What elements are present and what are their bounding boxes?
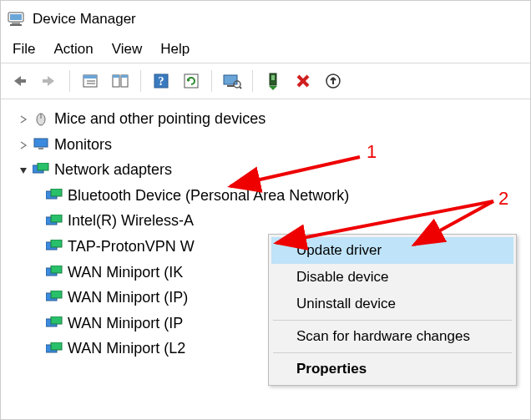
tree-label: WAN Miniport (IP (68, 311, 183, 337)
svg-rect-3 (10, 24, 22, 26)
svg-rect-4 (20, 79, 26, 83)
menu-action[interactable]: Action (53, 41, 93, 58)
enable-device-button[interactable] (260, 68, 286, 94)
menu-properties[interactable]: Properties (271, 356, 513, 382)
svg-rect-28 (34, 139, 48, 147)
svg-rect-43 (51, 316, 62, 324)
help-button[interactable]: ? (148, 68, 174, 94)
device-manager-window: Device Manager File Action View Help ? (0, 0, 531, 420)
svg-rect-7 (83, 75, 97, 78)
menu-disable-device[interactable]: Disable device (271, 264, 513, 291)
network-adapter-icon (46, 342, 63, 357)
menu-uninstall-device[interactable]: Uninstall device (271, 291, 513, 317)
tree-label: Bluetooth Device (Personal Area Network) (68, 183, 349, 209)
svg-rect-33 (51, 189, 62, 196)
tree-item-monitors[interactable]: Monitors (16, 132, 527, 158)
toolbar-separator (69, 70, 70, 92)
show-hidden-button[interactable] (77, 68, 104, 94)
svg-rect-13 (121, 75, 128, 78)
mouse-icon (33, 111, 49, 126)
menu-update-driver[interactable]: Update driver (271, 237, 513, 264)
network-adapter-icon (46, 290, 63, 305)
svg-rect-16 (185, 74, 198, 88)
collapse-icon[interactable] (16, 166, 31, 175)
svg-rect-5 (43, 79, 48, 83)
svg-rect-39 (51, 266, 62, 273)
menubar: File Action View Help (1, 38, 530, 63)
monitor-icon (33, 137, 49, 152)
tree-item-network-adapters[interactable]: Network adapters (16, 157, 527, 183)
tree-label: Network adapters (54, 157, 172, 183)
tree-item-mice[interactable]: Mice and other pointing devices (16, 106, 527, 132)
refresh-button[interactable] (178, 68, 205, 94)
menu-separator (273, 320, 512, 321)
tree-label: Monitors (54, 132, 112, 158)
svg-rect-37 (51, 240, 62, 247)
svg-rect-2 (12, 23, 20, 24)
window-title: Device Manager (33, 11, 136, 28)
devices-by-type-button[interactable] (107, 68, 134, 94)
toolbar-separator (252, 70, 253, 92)
expand-icon[interactable] (16, 115, 31, 124)
network-adapter-icon (46, 188, 63, 203)
update-driver-button[interactable] (320, 68, 346, 94)
titlebar: Device Manager (1, 1, 530, 38)
svg-rect-29 (38, 148, 43, 149)
network-adapter-icon (46, 214, 63, 229)
svg-text:?: ? (159, 75, 164, 88)
svg-line-20 (240, 87, 241, 89)
context-menu: Update driver Disable device Uninstall d… (268, 234, 517, 386)
svg-rect-1 (10, 14, 22, 20)
tree-item-adapter[interactable]: Bluetooth Device (Personal Area Network) (44, 183, 527, 209)
menu-view[interactable]: View (112, 41, 143, 58)
svg-rect-17 (224, 75, 237, 84)
forward-button[interactable] (36, 68, 63, 94)
menu-scan-hardware[interactable]: Scan for hardware changes (271, 323, 513, 350)
network-adapter-icon (46, 239, 63, 254)
tree-label: TAP-ProtonVPN W (68, 234, 195, 260)
svg-rect-45 (51, 342, 62, 350)
tree-label: WAN Miniport (IP) (68, 285, 188, 311)
network-adapter-icon (33, 162, 49, 177)
svg-rect-18 (227, 85, 234, 87)
svg-rect-35 (51, 215, 62, 222)
svg-rect-41 (51, 291, 62, 298)
toolbar: ? (1, 63, 530, 99)
svg-rect-31 (38, 163, 48, 170)
svg-rect-12 (113, 75, 119, 78)
expand-icon[interactable] (16, 141, 31, 149)
network-adapter-icon (46, 316, 63, 331)
tree-item-adapter[interactable]: Intel(R) Wireless-A (44, 208, 527, 234)
menu-help[interactable]: Help (160, 41, 190, 58)
tree-label: WAN Miniport (L2 (68, 336, 185, 362)
back-button[interactable] (6, 68, 33, 94)
menu-file[interactable]: File (13, 41, 35, 58)
tree-label: Mice and other pointing devices (54, 106, 266, 132)
toolbar-separator (211, 70, 212, 92)
toolbar-separator (140, 70, 141, 92)
network-adapter-icon (46, 265, 63, 280)
tree-label: WAN Miniport (IK (68, 260, 183, 286)
menu-separator (273, 352, 512, 353)
scan-hardware-button[interactable] (219, 68, 245, 94)
device-manager-icon (8, 11, 24, 28)
remove-device-button[interactable] (290, 68, 316, 94)
svg-rect-22 (271, 75, 275, 80)
tree-label: Intel(R) Wireless-A (68, 208, 194, 234)
